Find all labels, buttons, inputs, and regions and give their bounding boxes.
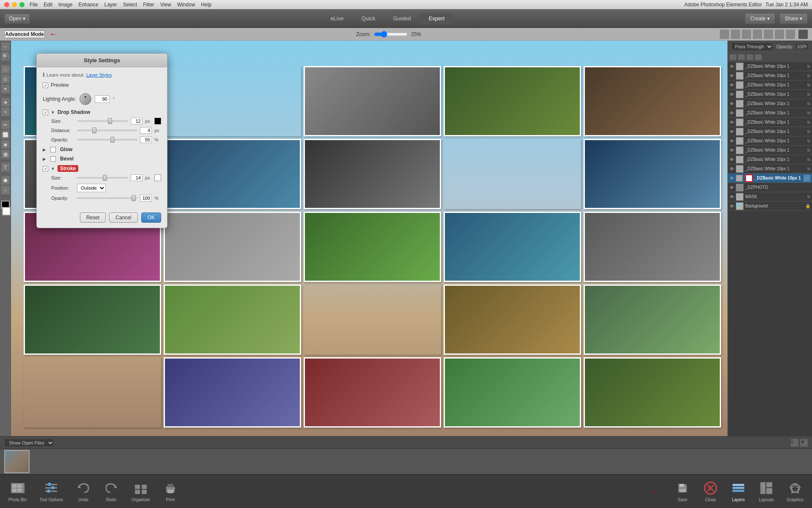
eye-icon-7[interactable]: 👁 — [730, 120, 734, 125]
dock-item-close[interactable]: Close — [703, 480, 718, 502]
bevel-arrow[interactable]: ▶ — [43, 157, 46, 161]
menu-image[interactable]: Image — [58, 2, 72, 8]
tab-elive[interactable]: eLive — [322, 13, 352, 24]
layers-mask-icon[interactable] — [755, 54, 762, 60]
stroke-opacity-slider[interactable] — [77, 197, 137, 199]
glow-arrow[interactable]: ▶ — [43, 147, 46, 152]
maximize-button[interactable] — [19, 2, 25, 7]
opacity-thumb[interactable] — [110, 137, 115, 143]
photo-thumb-15[interactable] — [164, 284, 301, 355]
eye-icon-background[interactable]: 👁 — [730, 204, 734, 209]
tool-zoom[interactable]: 🔍 — [1, 52, 10, 61]
dock-item-undo[interactable]: Undo — [76, 480, 91, 502]
tool-eraser[interactable]: ⬜ — [1, 130, 10, 139]
menu-layer[interactable]: Layer — [104, 2, 117, 8]
reset-button[interactable]: Reset — [80, 213, 106, 223]
layer-row-background[interactable]: 👁 Background 🔒 — [728, 202, 812, 211]
eye-icon-9[interactable]: 👁 — [730, 138, 734, 144]
photo-thumb-11[interactable] — [304, 212, 441, 282]
create-button[interactable]: Create ▾ — [745, 13, 775, 24]
cancel-button[interactable]: Cancel — [109, 213, 137, 223]
tool-lasso[interactable]: ⊙ — [1, 75, 10, 83]
stroke-size-thumb[interactable] — [103, 175, 107, 181]
layer-row-6[interactable]: 👁 _DZBasic White 10px 1 fx — [728, 108, 812, 118]
dock-item-layouts[interactable]: Layouts — [759, 480, 774, 502]
tool-fill[interactable]: ◉ — [1, 140, 10, 149]
eye-icon-5[interactable]: 👁 — [730, 101, 734, 106]
layer-row-12[interactable]: 👁 _DZBasic White 10px 1 fx — [728, 164, 812, 174]
panel-icon-2[interactable] — [731, 30, 740, 39]
bevel-checkbox[interactable] — [50, 156, 56, 162]
layer-row-11[interactable]: 👁 _DZBasic White 10px 1 fx — [728, 155, 812, 164]
dock-item-organizer[interactable]: Organizer — [132, 480, 150, 502]
photo-thumb-12[interactable] — [444, 212, 581, 282]
lighting-angle-input[interactable] — [95, 95, 110, 103]
eye-icon-3[interactable]: 👁 — [730, 83, 734, 88]
tool-shapes[interactable]: ⬟ — [1, 176, 10, 185]
stroke-opacity-value[interactable] — [140, 195, 152, 202]
photo-thumb-16[interactable] — [444, 284, 581, 355]
layers-lock-icon[interactable] — [730, 54, 736, 60]
opacity-input[interactable] — [795, 43, 809, 50]
panel-icon-1[interactable] — [720, 30, 729, 39]
background-color[interactable] — [2, 207, 11, 215]
tab-guided[interactable]: Guided — [385, 13, 420, 24]
tool-move[interactable]: ↔ — [1, 42, 10, 51]
layer-row-7[interactable]: 👁 _DZBasic White 10px 1 fx — [728, 118, 812, 127]
menu-edit[interactable]: Edit — [44, 2, 52, 8]
tool-magic-wand[interactable]: ✦ — [1, 85, 10, 93]
layer-row-2[interactable]: 👁 _DZBasic White 10px 1 fx — [728, 71, 812, 80]
photo-thumb-8[interactable] — [584, 139, 721, 209]
lighting-dial[interactable] — [80, 93, 91, 105]
dock-item-layers[interactable]: Layers — [731, 480, 746, 502]
menu-window[interactable]: Window — [177, 2, 195, 8]
layer-row-8[interactable]: 👁 _DZBasic White 10px 1 fx — [728, 127, 812, 136]
layer-styles-link[interactable]: Layer Styles — [86, 72, 112, 77]
show-open-files-select[interactable]: Show Open Files — [4, 439, 54, 447]
stroke-size-slider[interactable] — [77, 177, 128, 179]
opacity-value[interactable] — [140, 136, 152, 143]
zoom-slider[interactable] — [374, 31, 408, 38]
glow-checkbox[interactable] — [50, 147, 56, 152]
photo-thumb-20[interactable] — [444, 357, 581, 428]
stroke-opacity-thumb[interactable] — [132, 195, 136, 201]
eye-icon-6[interactable]: 👁 — [730, 110, 734, 116]
menu-select[interactable]: Select — [123, 2, 137, 8]
menu-filter[interactable]: Filter — [143, 2, 154, 8]
panel-icon-5[interactable] — [764, 30, 773, 39]
size-slider[interactable] — [77, 120, 128, 122]
stroke-size-value[interactable] — [131, 174, 143, 181]
photo-thumb-13[interactable] — [584, 212, 721, 282]
photo-thumb-7[interactable] — [304, 139, 441, 209]
layer-row-13[interactable]: 👁 _DZBasic White 10px 1 — [728, 174, 812, 183]
layer-row-mask[interactable]: 👁 MASK fx — [728, 192, 812, 202]
preview-checkbox[interactable] — [43, 83, 48, 88]
layer-row-9[interactable]: 👁 _DZBasic White 10px 1 fx — [728, 136, 812, 146]
dock-item-save[interactable]: Save — [675, 480, 690, 502]
shadow-color[interactable] — [154, 118, 161, 124]
menu-help[interactable]: Help — [201, 2, 211, 8]
stroke-checkbox[interactable] — [43, 166, 48, 171]
photo-thumb-17[interactable] — [584, 284, 721, 355]
layers-style-icon[interactable] — [746, 54, 753, 60]
close-button[interactable] — [4, 2, 9, 7]
tool-brush[interactable]: ✏ — [1, 121, 10, 129]
dock-item-photo-bin[interactable]: Photo Bin — [8, 480, 27, 502]
dock-item-graphics[interactable]: Graphics — [787, 480, 804, 502]
photo-thumb-2[interactable] — [304, 66, 441, 136]
tab-expert[interactable]: Expert — [420, 13, 453, 24]
eye-icon-13[interactable]: 👁 — [730, 176, 734, 181]
eye-icon-4[interactable]: 👁 — [730, 92, 734, 97]
tool-crop[interactable]: ⌗ — [1, 108, 10, 116]
menu-view[interactable]: View — [160, 2, 171, 8]
tool-blur[interactable]: ○ — [1, 186, 10, 194]
eye-icon-mask[interactable]: 👁 — [730, 194, 734, 199]
blend-mode-select[interactable]: Pass Through Normal Multiply Screen — [731, 42, 773, 51]
menu-enhance[interactable]: Enhance — [78, 2, 98, 8]
photo-thumb-3[interactable] — [444, 66, 581, 136]
panel-icon-6[interactable] — [775, 30, 784, 39]
eye-icon-11[interactable]: 👁 — [730, 157, 734, 162]
eye-icon-1[interactable]: 👁 — [730, 64, 734, 69]
bin-sort-icon[interactable]: ≡ — [791, 439, 798, 447]
layer-row-dzphoto[interactable]: 👁 _DZPHOTO — [728, 183, 812, 192]
